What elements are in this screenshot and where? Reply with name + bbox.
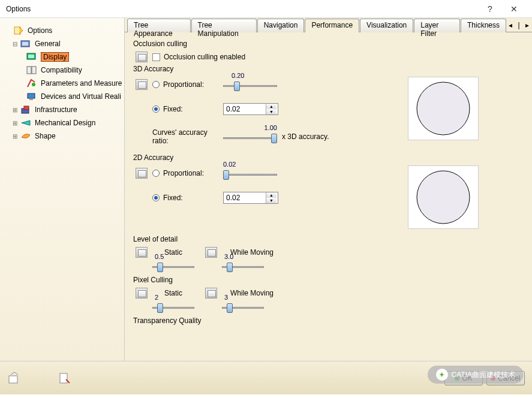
svg-rect-14 bbox=[9, 376, 17, 383]
expand-icon[interactable]: ⊞ bbox=[11, 107, 19, 113]
titlebar: Options ? ✕ bbox=[0, 0, 532, 18]
2d-fixed-radio[interactable] bbox=[152, 194, 160, 201]
2d-accuracy-preview bbox=[408, 165, 479, 229]
svg-rect-8 bbox=[28, 94, 35, 98]
lock-icon[interactable] bbox=[205, 247, 217, 258]
tree-compatibility[interactable]: Compatibility bbox=[4, 64, 123, 77]
lock-icon[interactable] bbox=[136, 79, 148, 90]
lock-icon[interactable] bbox=[136, 288, 148, 298]
3d-accuracy-preview bbox=[408, 77, 479, 140]
pixel-moving-slider[interactable]: 3 bbox=[222, 301, 264, 312]
tree-shape[interactable]: ⊞ Shape bbox=[4, 129, 123, 143]
svg-rect-4 bbox=[28, 55, 34, 58]
collapse-icon[interactable]: ⊟ bbox=[11, 41, 19, 47]
expand-icon[interactable]: ⊞ bbox=[11, 133, 19, 140]
parameters-icon bbox=[25, 78, 38, 89]
spin-down-icon[interactable]: ▼ bbox=[266, 109, 276, 114]
lock-icon[interactable] bbox=[136, 247, 148, 258]
3d-ratio-slider[interactable]: 1.00 bbox=[223, 131, 277, 142]
transparency-title: Transparency Quality bbox=[133, 316, 524, 325]
tree-root-options[interactable]: Options bbox=[4, 24, 123, 37]
tree-general[interactable]: ⊟ General bbox=[4, 37, 123, 50]
tab-scroll-home[interactable]: | bbox=[515, 21, 522, 29]
lock-icon[interactable] bbox=[136, 168, 148, 179]
tab-tree-manipulation[interactable]: Tree Manipulation bbox=[191, 19, 257, 32]
lod-static-slider[interactable]: 0.5 bbox=[152, 260, 194, 271]
2d-fixed-input[interactable]: ▲▼ bbox=[223, 192, 278, 204]
svg-rect-2 bbox=[22, 42, 28, 46]
svg-rect-5 bbox=[27, 67, 31, 74]
svg-rect-15 bbox=[60, 373, 67, 383]
tab-bar: Tree Appearance Tree Manipulation Naviga… bbox=[125, 18, 532, 32]
close-button[interactable]: ✕ bbox=[502, 4, 526, 14]
lod-title: Level of detail bbox=[133, 235, 524, 243]
occlusion-label: Occlusion culling enabled bbox=[164, 53, 245, 61]
pixel-culling-title: Pixel Culling bbox=[133, 276, 524, 284]
lock-icon[interactable] bbox=[136, 52, 148, 62]
lod-moving-slider[interactable]: 3.0 bbox=[222, 260, 264, 271]
2d-proportional-slider[interactable]: 0.02 bbox=[223, 168, 277, 179]
display-icon bbox=[25, 52, 38, 62]
tree-infrastructure[interactable]: ⊞ Infrastructure bbox=[4, 103, 123, 116]
tree-mechanical-design[interactable]: ⊞ Mechanical Design bbox=[4, 116, 123, 129]
3d-proportional-slider[interactable]: 0.20 bbox=[223, 79, 277, 90]
occlusion-checkbox[interactable] bbox=[152, 53, 160, 61]
tab-layer-filter[interactable]: Layer Filter bbox=[414, 19, 460, 32]
svg-rect-9 bbox=[29, 98, 33, 100]
tab-scroll-right[interactable]: ▸ bbox=[524, 21, 531, 29]
expand-icon[interactable]: ⊞ bbox=[11, 120, 19, 126]
pixel-static-slider[interactable]: 2 bbox=[152, 301, 194, 312]
tree-display[interactable]: Display bbox=[4, 50, 123, 64]
devices-icon bbox=[25, 91, 38, 102]
tab-navigation[interactable]: Navigation bbox=[257, 19, 305, 32]
spin-down-icon[interactable]: ▼ bbox=[266, 198, 276, 203]
3d-fixed-input[interactable]: ▲▼ bbox=[223, 103, 278, 115]
3d-proportional-radio[interactable] bbox=[152, 81, 160, 88]
svg-point-13 bbox=[417, 171, 470, 224]
tree-parameters[interactable]: Parameters and Measure bbox=[4, 77, 123, 90]
tab-scroll-left[interactable]: ◂ bbox=[507, 21, 514, 29]
svg-rect-11 bbox=[24, 106, 29, 110]
tree-devices[interactable]: Devices and Virtual Reali bbox=[4, 90, 123, 103]
tab-thickness[interactable]: Thickness bbox=[461, 19, 506, 32]
watermark: ✦ CATIA曲面建模技术 bbox=[428, 366, 524, 384]
occlusion-group-title: Occlusion culling bbox=[133, 40, 524, 48]
spin-up-icon[interactable]: ▲ bbox=[266, 192, 276, 198]
spin-up-icon[interactable]: ▲ bbox=[266, 104, 276, 109]
3d-fixed-radio[interactable] bbox=[152, 105, 160, 113]
shape-icon bbox=[19, 131, 32, 141]
tab-visualization[interactable]: Visualization bbox=[360, 19, 413, 32]
help-button[interactable]: ? bbox=[478, 4, 502, 14]
3d-accuracy-title: 3D Accuracy bbox=[133, 65, 524, 73]
tab-performance[interactable]: Performance bbox=[305, 19, 359, 32]
wechat-icon: ✦ bbox=[436, 369, 448, 381]
svg-rect-6 bbox=[32, 67, 36, 74]
options-tree: Options ⊟ General Display Compatibility … bbox=[0, 18, 124, 361]
performance-pane: Occlusion culling Occlusion culling enab… bbox=[125, 32, 532, 361]
lock-icon[interactable] bbox=[205, 288, 217, 298]
window-title: Options bbox=[6, 5, 478, 13]
infrastructure-icon bbox=[19, 104, 32, 115]
compatibility-icon bbox=[25, 65, 38, 76]
mechanical-icon bbox=[19, 117, 32, 128]
export-icon[interactable] bbox=[58, 371, 72, 385]
options-icon bbox=[12, 25, 25, 36]
svg-point-12 bbox=[417, 82, 470, 135]
general-icon bbox=[19, 38, 32, 49]
svg-point-7 bbox=[32, 83, 35, 86]
2d-accuracy-title: 2D Accuracy bbox=[133, 153, 524, 162]
reset-icon[interactable] bbox=[7, 371, 22, 385]
tab-tree-appearance[interactable]: Tree Appearance bbox=[127, 19, 191, 32]
2d-proportional-radio[interactable] bbox=[152, 170, 160, 177]
